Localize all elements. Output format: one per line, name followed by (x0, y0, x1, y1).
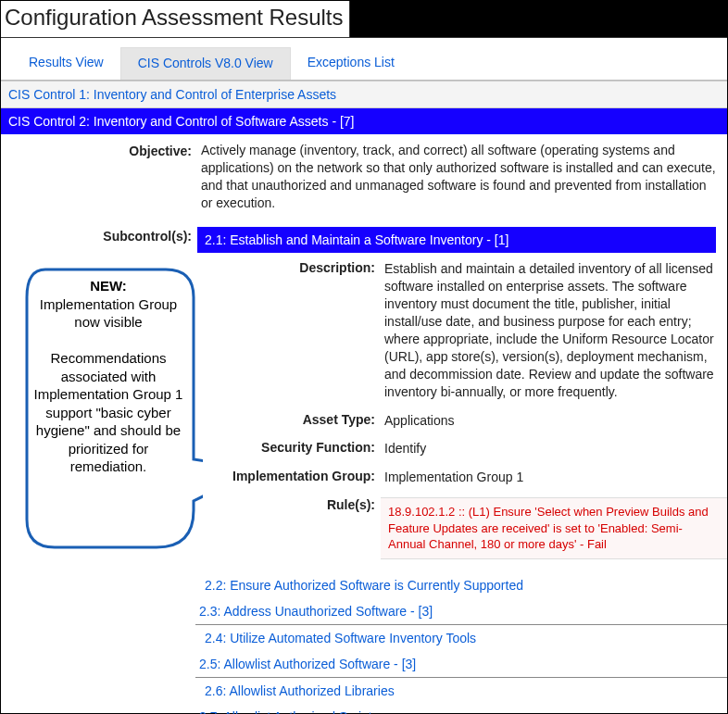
subcontrol-2-5-link[interactable]: 2.5: Allowlist Authorized Software - [3] (195, 651, 727, 678)
subcontrol-2-1-header[interactable]: 2.1: Establish and Maintain a Software I… (197, 227, 716, 254)
subcontrol-2-7-link[interactable]: 2.7: Allowlist Authorized Scripts (195, 704, 727, 714)
tab-cis-v8-view[interactable]: CIS Controls V8.0 View (120, 47, 291, 80)
control-2-row[interactable]: CIS Control 2: Inventory and Control of … (1, 108, 727, 134)
tab-exceptions-list[interactable]: Exceptions List (291, 47, 411, 80)
subcontrol-2-4-link[interactable]: 2.4: Utilize Automated Software Inventor… (195, 625, 727, 651)
asset-type-label: Asset Type: (207, 412, 381, 430)
rule-item[interactable]: 18.9.102.1.2 :: (L1) Ensure 'Select when… (381, 497, 727, 559)
security-function-value: Identify (381, 440, 727, 457)
subcontrol-2-2-link[interactable]: 2.2: Ensure Authorized Software is Curre… (195, 572, 727, 598)
implementation-group-value: Implementation Group 1 (381, 469, 727, 486)
subcontrol-2-3-link[interactable]: 2.3: Address Unauthorized Software - [3] (195, 598, 727, 625)
implementation-group-label: Implementation Group: (207, 469, 381, 486)
rules-label: Rule(s): (207, 497, 381, 512)
asset-type-value: Applications (381, 412, 727, 430)
description-label: Description: (207, 260, 381, 400)
subcontrols-label: Subcontrol(s): (12, 227, 197, 254)
security-function-label: Security Function: (207, 440, 381, 457)
control-1-row[interactable]: CIS Control 1: Inventory and Control of … (1, 81, 727, 108)
objective-label: Objective: (12, 142, 197, 212)
subcontrol-2-6-link[interactable]: 2.6: Allowlist Authorized Libraries (195, 678, 727, 704)
description-text: Establish and maintain a detailed invent… (381, 260, 727, 400)
objective-text: Actively manage (inventory, track, and c… (197, 142, 716, 212)
tab-bar: Results View CIS Controls V8.0 View Exce… (1, 38, 727, 81)
page-title: Configuration Assessment Results (1, 1, 350, 37)
tab-results-view[interactable]: Results View (12, 47, 120, 80)
blackbar (350, 1, 727, 37)
